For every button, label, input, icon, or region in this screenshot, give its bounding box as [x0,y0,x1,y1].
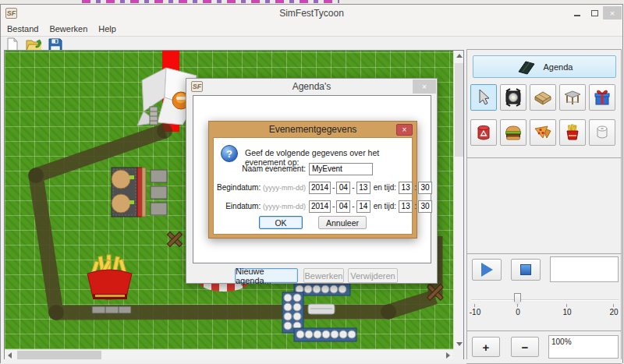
agenda-dialog-titlebar[interactable]: SF Agenda's × [186,79,437,95]
event-name-input[interactable] [309,163,373,175]
colon-separator: : [414,202,417,210]
event-dialog-close-button[interactable]: × [396,124,413,136]
stage-icon [562,87,583,108]
colon-separator: : [414,183,417,192]
scroll-down-icon[interactable] [456,342,463,346]
dead-tree[interactable] [167,231,182,246]
begin-date-row: Begindatum: (yyyy-mm-dd) - - en tijd: : [215,181,412,194]
close-icon: × [402,125,407,134]
ladder [150,107,158,125]
question-icon: ? [221,145,238,162]
menu-help[interactable]: Help [98,24,116,34]
stop-icon [520,264,531,275]
scroll-right-icon[interactable] [446,352,450,359]
gift-icon [592,87,612,108]
slider-label-zero: 0 [516,308,520,316]
map-horizontal-scrollbar[interactable] [5,349,453,359]
close-icon: × [422,82,427,91]
begin-minute-input[interactable] [418,182,432,194]
minimize-icon [574,15,580,16]
window-title: SimFestTycoon [1,8,622,19]
date-format-hint: (yyyy-mm-dd) [263,184,306,192]
zoom-level-display: 100% [548,335,619,359]
bench[interactable] [92,306,131,313]
agenda-button-label: Agenda [544,62,573,72]
slider-tick [566,304,567,307]
tool-button-trash[interactable] [470,119,497,146]
end-minute-input[interactable] [418,200,432,213]
map-vertical-scrollbar[interactable] [453,51,463,349]
maximize-icon [591,10,598,16]
begin-year-input[interactable] [309,182,331,194]
name-label: Naam evenement: [215,164,306,173]
zoom-out-button[interactable]: − [511,337,539,357]
begin-hour-input[interactable] [399,182,413,194]
begin-label: Begindatum: (yyyy-mm-dd) [215,183,306,192]
end-label-text: Eindatum: [225,202,261,210]
scroll-left-icon[interactable] [8,352,12,359]
tool-button-gift[interactable] [589,84,615,111]
dash-separator: - [352,183,354,192]
event-dialog: Evenementgegevens × ? Geef de volgende g… [208,121,417,239]
bench[interactable] [151,170,167,215]
dash-separator: - [332,183,335,192]
slider-tick [517,304,518,307]
tool-button-cursor[interactable] [470,84,497,111]
zoom-in-button[interactable]: + [472,337,500,357]
begin-day-input[interactable] [356,182,370,194]
menu-bewerken[interactable]: Bewerken [49,24,87,34]
tool-button-spotlight[interactable] [500,84,526,111]
event-dialog-buttons: OK Annuleer [214,216,412,229]
trash-can-icon [473,122,494,143]
date-format-hint: (yyyy-mm-dd) [263,203,306,210]
speed-slider-track[interactable] [471,299,619,301]
title-bar[interactable]: SF SimFestTycoon × [1,5,622,22]
new-agenda-button[interactable]: Nieuwe agenda... [235,268,298,283]
tool-button-stage[interactable] [559,84,586,111]
playback-group: -10 0 10 20 [466,253,622,331]
time-label: en tijd: [374,202,396,210]
tool-button-fries[interactable] [559,119,586,146]
scrollbar-corner [453,349,463,359]
name-row: Naam evenement: [215,162,412,175]
end-date-row: Eindatum: (yyyy-mm-dd) - - en tijd: : [215,200,412,213]
background-artifact-text [82,0,339,3]
agenda-dialog-close-button[interactable]: × [413,80,436,94]
fries-icon [562,122,583,143]
minimize-button[interactable] [569,6,586,19]
burger-stand[interactable] [112,168,146,217]
info-panel [466,157,622,254]
vertical-scroll-thumb[interactable] [455,63,463,157]
agenda-book-icon [516,59,537,75]
delete-agenda-button: Verwijderen [348,268,398,283]
begin-month-input[interactable] [336,182,350,194]
end-day-input[interactable] [356,200,370,213]
agenda-button[interactable]: Agenda [473,55,616,78]
fries-stand[interactable] [87,255,132,299]
cancel-button[interactable]: Annuleer [318,216,367,229]
tool-button-toilet-roll[interactable] [589,119,615,146]
end-hour-input[interactable] [399,200,413,213]
sidebar: Agenda [466,49,622,364]
play-button[interactable] [472,259,502,281]
event-dialog-title: Evenementgegevens [209,124,417,135]
slider-tick [613,304,614,307]
close-icon: × [610,9,615,18]
status-bar [1,359,622,363]
tool-button-burger[interactable] [500,119,526,146]
end-month-input[interactable] [336,200,350,213]
end-year-input[interactable] [309,200,331,213]
dash-separator: - [332,202,335,210]
slider-label-twenty: 20 [609,308,618,316]
slider-tick [474,304,475,307]
burger-icon [503,122,523,143]
tool-button-pallet[interactable] [530,84,556,111]
tool-button-pizza[interactable] [530,119,556,146]
stop-button[interactable] [511,259,541,281]
menu-bestand[interactable]: Bestand [7,24,38,34]
close-button[interactable]: × [603,6,622,19]
ok-button[interactable]: OK [259,216,303,229]
maximize-button[interactable] [586,6,603,19]
horizontal-scroll-thumb[interactable] [17,351,101,359]
scroll-up-icon[interactable] [456,54,463,58]
